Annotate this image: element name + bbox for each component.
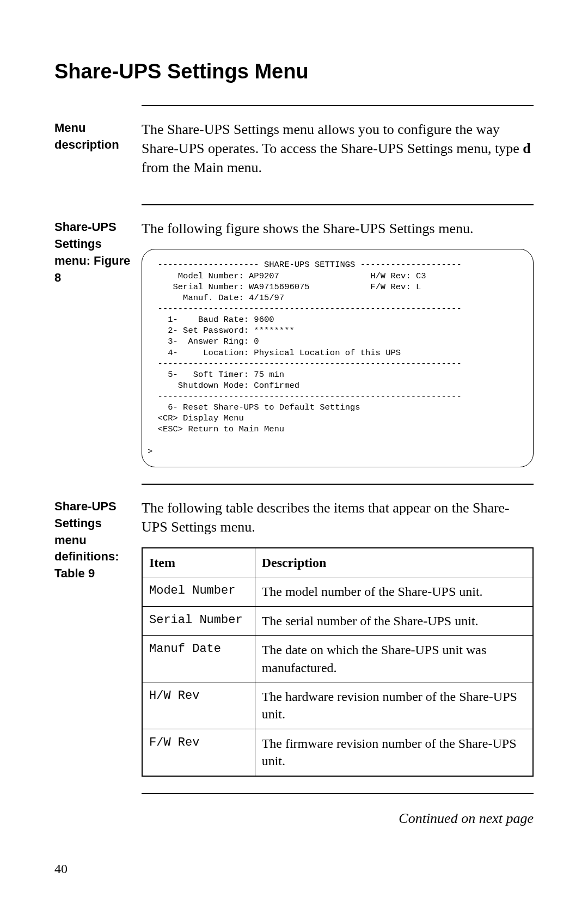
table-intro: The following table describes the items … [142, 498, 534, 536]
table-row: Model Number The model number of the Sha… [142, 577, 533, 606]
cell-item: Model Number [142, 577, 255, 606]
section-table: Share-UPS Settings menu definitions: Tab… [142, 484, 534, 777]
header-description: Description [255, 548, 533, 577]
section-body-menu-description: The Share-UPS Settings menu allows you t… [142, 120, 534, 188]
cell-desc: The serial number of the Share-UPS unit. [255, 606, 533, 635]
menu-description-key: d [523, 141, 530, 156]
cell-item: H/W Rev [142, 682, 255, 729]
page-number: 40 [54, 862, 68, 876]
cell-item: Manuf Date [142, 636, 255, 682]
cell-desc: The date on which the Share-UPS unit was… [255, 636, 533, 682]
page: Share-UPS Settings Menu Menu description… [0, 0, 588, 909]
section-rule [142, 793, 534, 794]
table-row: F/W Rev The firmware revision number of … [142, 729, 533, 776]
section-label-menu-description: Menu description [54, 120, 136, 154]
menu-description-text: The Share-UPS Settings menu allows you t… [142, 120, 534, 177]
section-body-figure: The following figure shows the Share-UPS… [142, 219, 534, 467]
section-figure: Share-UPS Settings menu: Figure 8 The fo… [142, 204, 534, 467]
section-body-table: The following table describes the items … [142, 498, 534, 777]
cell-desc: The model number of the Share-UPS unit. [255, 577, 533, 606]
section-label-figure: Share-UPS Settings menu: Figure 8 [54, 219, 136, 286]
figure-box: -------------------- SHARE-UPS SETTINGS … [142, 249, 534, 467]
menu-description-post: from the Main menu. [142, 160, 262, 175]
continued-text: Continued on next page [142, 810, 534, 827]
table-row: Serial Number The serial number of the S… [142, 606, 533, 635]
figure-text: -------------------- SHARE-UPS SETTINGS … [148, 259, 528, 457]
section-label-table: Share-UPS Settings menu definitions: Tab… [54, 498, 136, 582]
cell-item: F/W Rev [142, 729, 255, 776]
table-header-row: Item Description [142, 548, 533, 577]
section-menu-description: Menu description The Share-UPS Settings … [142, 105, 534, 188]
header-item: Item [142, 548, 255, 577]
cell-item: Serial Number [142, 606, 255, 635]
figure-intro: The following figure shows the Share-UPS… [142, 219, 534, 238]
cell-desc: The firmware revision number of the Shar… [255, 729, 533, 776]
cell-desc: The hardware revision number of the Shar… [255, 682, 533, 729]
menu-description-pre: The Share-UPS Settings menu allows you t… [142, 121, 523, 156]
definitions-table: Item Description Model Number The model … [142, 547, 534, 777]
table-row: Manuf Date The date on which the Share-U… [142, 636, 533, 682]
table-row: H/W Rev The hardware revision number of … [142, 682, 533, 729]
page-title: Share-UPS Settings Menu [54, 60, 534, 83]
